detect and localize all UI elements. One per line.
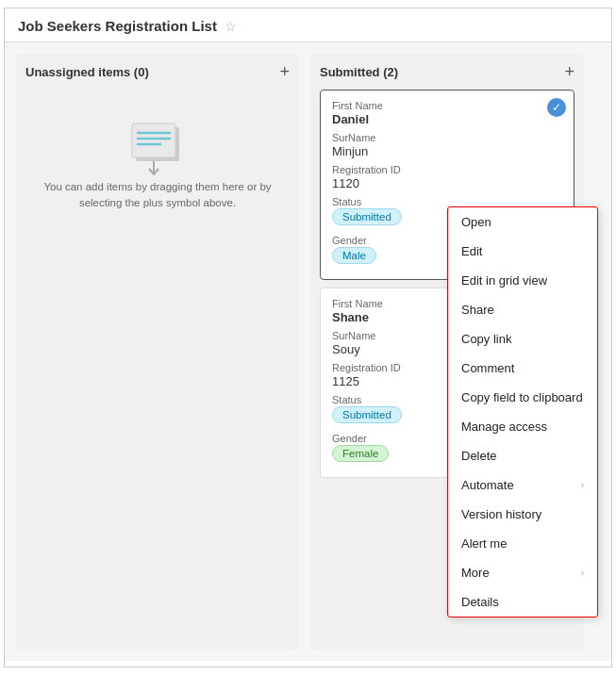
context-menu-item[interactable]: Open <box>448 207 597 237</box>
gender-badge-1: Male <box>332 247 376 264</box>
context-menu-item-label: Automate <box>461 478 514 492</box>
context-menu-item-label: Alert me <box>461 536 507 551</box>
svg-rect-1 <box>132 123 175 157</box>
context-menu-item-label: Copy field to clipboard <box>461 390 583 404</box>
context-menu-item[interactable]: Version history <box>448 500 597 529</box>
context-menu-item[interactable]: Alert me <box>448 529 597 558</box>
context-menu-item-label: Delete <box>461 449 497 463</box>
context-menu-item-label: More <box>461 566 490 580</box>
context-menu-item[interactable]: More› <box>448 558 597 587</box>
status-badge-1: Submitted <box>332 208 402 225</box>
column-title-submitted: Submitted (2) <box>320 65 398 79</box>
column-header-unassigned: Unassigned items (0) + <box>25 63 290 80</box>
context-menu-item-label: Details <box>461 595 499 609</box>
gender-badge-2: Female <box>332 445 389 462</box>
page-title: Job Seekers Registration List <box>18 18 217 34</box>
context-menu-item-label: Comment <box>461 361 514 375</box>
regid-value-1: 1120 <box>332 176 562 190</box>
context-menu-item[interactable]: Edit <box>448 237 597 266</box>
selected-checkmark: ✓ <box>547 98 566 117</box>
favorite-icon[interactable]: ☆ <box>225 19 237 34</box>
context-menu-item[interactable]: Details <box>448 587 597 617</box>
surname-value-1: Minjun <box>332 144 562 158</box>
app-container: Job Seekers Registration List ☆ Unassign… <box>4 8 612 667</box>
firstname-label-1: First Name <box>332 100 562 111</box>
empty-state: You can add items by dragging them here … <box>25 90 290 240</box>
context-menu-item-label: Copy link <box>461 332 511 346</box>
column-title-unassigned: Unassigned items (0) <box>25 65 149 79</box>
surname-label-1: SurName <box>332 132 562 143</box>
add-item-submitted-button[interactable]: + <box>564 63 574 80</box>
page-header: Job Seekers Registration List ☆ <box>5 8 611 42</box>
context-menu: OpenEditEdit in grid viewShareCopy linkC… <box>447 206 598 617</box>
context-menu-item[interactable]: Manage access <box>448 412 597 441</box>
column-header-submitted: Submitted (2) + <box>320 63 574 80</box>
context-menu-item[interactable]: Automate› <box>448 470 597 500</box>
context-menu-item-label: Edit in grid view <box>461 273 547 288</box>
empty-state-text: You can add items by dragging them here … <box>35 179 280 212</box>
context-menu-item-label: Version history <box>461 507 541 521</box>
column-unassigned: Unassigned items (0) + <box>16 54 299 650</box>
empty-state-illustration <box>115 118 200 179</box>
context-menu-item-label: Share <box>461 303 494 317</box>
context-menu-item[interactable]: Copy field to clipboard <box>448 383 597 412</box>
context-menu-item[interactable]: Share <box>448 295 597 324</box>
context-menu-item-label: Manage access <box>461 420 547 434</box>
context-menu-item[interactable]: Comment <box>448 354 597 383</box>
status-badge-2: Submitted <box>332 406 402 423</box>
add-item-unassigned-button[interactable]: + <box>279 63 290 80</box>
regid-label-1: Registration ID <box>332 164 562 175</box>
context-menu-item-label: Edit <box>461 244 482 258</box>
firstname-value-1: Daniel <box>332 112 562 126</box>
context-menu-item-label: Open <box>461 215 491 229</box>
submenu-arrow-icon: › <box>581 568 584 578</box>
context-menu-item[interactable]: Edit in grid view <box>448 266 597 295</box>
context-menu-item[interactable]: Copy link <box>448 324 597 354</box>
context-menu-item[interactable]: Delete <box>448 441 597 470</box>
submenu-arrow-icon: › <box>581 480 584 490</box>
